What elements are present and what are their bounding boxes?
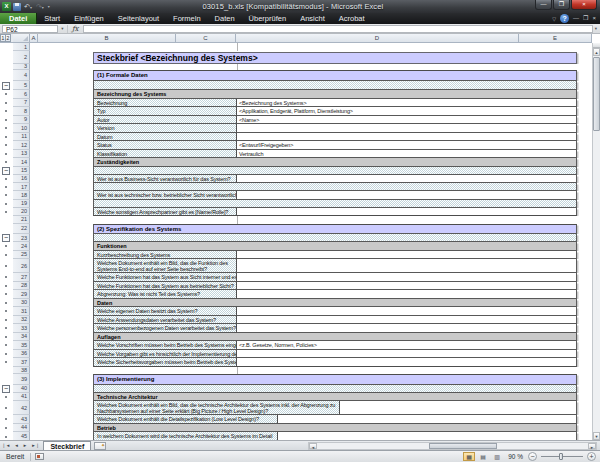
value-cell[interactable]: [237, 350, 577, 359]
value-cell[interactable]: [278, 432, 577, 440]
tab-acrobat[interactable]: Acrobat: [332, 13, 372, 24]
page-layout-view-icon[interactable]: ▤: [477, 452, 489, 461]
section-header-cell[interactable]: (3) Implementierung: [93, 374, 577, 385]
value-cell[interactable]: [237, 307, 577, 316]
scroll-up-icon[interactable]: ▲: [593, 48, 600, 56]
zoom-in-icon[interactable]: +: [587, 452, 596, 461]
row-header-6[interactable]: 6: [13, 90, 30, 99]
first-sheet-icon[interactable]: ❘◄: [0, 441, 12, 450]
tab-seitenlayout[interactable]: Seitenlayout: [111, 13, 166, 24]
question-cell[interactable]: Datum: [93, 133, 237, 142]
save-icon[interactable]: [13, 3, 21, 11]
question-cell[interactable]: Welches Dokument enthält ein Bild, das d…: [93, 401, 340, 415]
value-cell[interactable]: <Entwurf/Freigegeben>: [237, 141, 577, 150]
value-cell[interactable]: [278, 415, 577, 424]
sub-header-cell[interactable]: Technische Architektur: [93, 393, 577, 402]
sheet-title-cell[interactable]: Steckbrief <Bezeichnung des Systems>: [93, 52, 577, 64]
row-header-23[interactable]: 23: [13, 234, 30, 242]
question-cell[interactable]: Welche Sicherheitsvorgaben müssen beim B…: [93, 358, 237, 367]
value-cell[interactable]: [237, 124, 577, 133]
row-header-35[interactable]: 35: [13, 341, 30, 350]
sub-header-cell[interactable]: Funktionen: [93, 242, 577, 251]
row-header-18[interactable]: 18: [13, 191, 30, 200]
tab-daten[interactable]: Daten: [208, 13, 242, 24]
sub-header-cell[interactable]: Daten: [93, 299, 577, 308]
value-cell[interactable]: <Name>: [237, 116, 577, 125]
sub-header-cell[interactable]: Zuständigkeiten: [93, 158, 577, 167]
value-cell[interactable]: [340, 401, 577, 415]
value-cell[interactable]: [237, 290, 577, 299]
column-header-b[interactable]: B: [38, 34, 176, 43]
value-cell[interactable]: Vertraulich: [237, 150, 577, 159]
question-cell[interactable]: Kurzbeschreibung des Systems: [93, 251, 237, 260]
prev-sheet-icon[interactable]: ◄: [12, 441, 20, 450]
value-cell[interactable]: <Applikation, Endgerät, Plattform, Diens…: [237, 107, 577, 116]
tab-datei[interactable]: Datei: [0, 13, 37, 24]
question-cell[interactable]: Version: [93, 124, 237, 133]
row-header-10[interactable]: 10: [13, 124, 30, 133]
row-header-38[interactable]: 38: [13, 367, 30, 375]
last-sheet-icon[interactable]: ►❘: [29, 441, 41, 450]
value-cell[interactable]: <Bezeichnung des Systems>: [237, 99, 577, 108]
row-header-36[interactable]: 36: [13, 350, 30, 359]
ribbon-options-icon[interactable]: ▽: [552, 16, 556, 22]
tab-formeln[interactable]: Formeln: [166, 13, 208, 24]
value-cell[interactable]: [237, 175, 577, 184]
value-cell[interactable]: [237, 316, 577, 325]
row-header-11[interactable]: 11: [13, 133, 30, 142]
name-box-dropdown-icon[interactable]: ▾: [58, 26, 67, 31]
row-header-44[interactable]: 44: [13, 424, 30, 433]
undo-icon[interactable]: ↶▾: [23, 2, 33, 11]
pattern-row[interactable]: [93, 81, 577, 90]
question-cell[interactable]: Typ: [93, 107, 237, 116]
tab-einfügen[interactable]: Einfügen: [67, 13, 111, 24]
pattern-row[interactable]: [93, 167, 577, 175]
row-header-2[interactable]: 2: [13, 51, 30, 64]
tab-überprüfen[interactable]: Überprüfen: [242, 13, 294, 24]
pattern-row[interactable]: [93, 385, 577, 393]
value-cell[interactable]: <z.B. Gesetze, Normen, Policies>: [237, 341, 577, 350]
normal-view-icon[interactable]: ▦: [463, 452, 475, 461]
scroll-right-icon[interactable]: ►: [588, 443, 596, 449]
row-header-13[interactable]: 13: [13, 150, 30, 159]
question-cell[interactable]: Welche Vorgaben gibt es hinsichtlich der…: [93, 350, 237, 359]
question-cell[interactable]: Welches Dokument enthält ein Bild, das d…: [93, 259, 237, 273]
question-cell[interactable]: Welche Funktionen hat das System aus bet…: [93, 282, 237, 291]
value-cell[interactable]: [237, 208, 577, 217]
row-header-25[interactable]: 25: [13, 251, 30, 260]
sub-header-cell[interactable]: Bezeichnung des Systems: [93, 90, 577, 99]
pattern-row[interactable]: [93, 200, 577, 208]
value-cell[interactable]: [237, 324, 577, 333]
workbook-close-icon[interactable]: ×: [592, 14, 596, 23]
row-header-9[interactable]: 9: [13, 116, 30, 125]
outline-collapse-icon[interactable]: −: [2, 167, 10, 175]
redo-icon[interactable]: ↷▾: [35, 2, 45, 11]
minimize-button[interactable]: —: [535, 0, 552, 10]
help-icon[interactable]: ?: [560, 14, 569, 23]
formula-bar-expand-icon[interactable]: ▾: [595, 26, 600, 31]
zoom-out-icon[interactable]: −: [528, 452, 537, 461]
row-header-17[interactable]: 17: [13, 183, 30, 191]
column-header-d[interactable]: D: [236, 34, 519, 43]
sub-header-cell[interactable]: Betrieb: [93, 424, 577, 433]
question-cell[interactable]: Welche eigenen Daten besitzt das System?: [93, 307, 237, 316]
row-header-41[interactable]: 41: [13, 393, 30, 402]
section-header-cell[interactable]: (1) Formale Daten: [93, 70, 577, 81]
row-header-31[interactable]: 31: [13, 307, 30, 316]
insert-worksheet-icon[interactable]: [94, 442, 106, 450]
scroll-down-icon[interactable]: ▼: [593, 432, 600, 440]
horizontal-scrollbar[interactable]: ◄ ►: [308, 442, 597, 450]
vertical-scroll-thumb[interactable]: [593, 57, 600, 131]
row-header-14[interactable]: 14: [13, 158, 30, 167]
close-button[interactable]: ×: [571, 0, 597, 10]
page-break-view-icon[interactable]: ▥: [491, 452, 503, 461]
value-cell[interactable]: [237, 191, 577, 200]
outline-collapse-icon[interactable]: −: [2, 385, 10, 393]
value-cell[interactable]: [237, 251, 577, 260]
question-cell[interactable]: Wer ist aus Business-Sicht verantwortlic…: [93, 175, 237, 184]
section-header-cell[interactable]: (2) Spezifikation des Systems: [93, 224, 577, 235]
question-cell[interactable]: Wer ist aus technischer bzw. betrieblich…: [93, 191, 237, 200]
question-cell[interactable]: In welchem Dokument wird die technische …: [93, 432, 278, 440]
row-header-45[interactable]: 45: [13, 432, 30, 440]
row-header-16[interactable]: 16: [13, 175, 30, 184]
